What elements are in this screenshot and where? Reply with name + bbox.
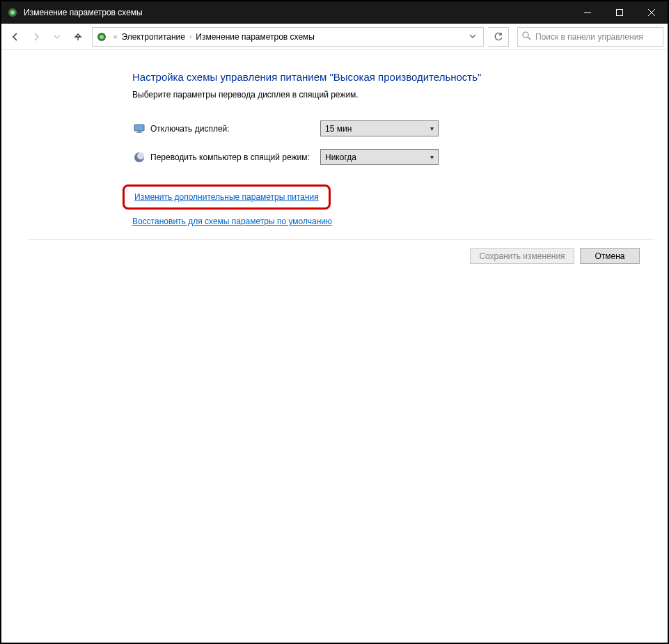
address-bar[interactable]: « Электропитание › Изменение параметров … — [92, 27, 484, 47]
navbar: « Электропитание › Изменение параметров … — [1, 24, 668, 50]
minimize-button[interactable] — [572, 1, 604, 24]
svg-point-8 — [523, 32, 528, 38]
up-button[interactable] — [68, 27, 88, 47]
svg-rect-11 — [138, 131, 141, 132]
search-box[interactable] — [517, 27, 663, 47]
button-row: Сохранить изменения Отмена — [132, 239, 668, 264]
close-button[interactable] — [636, 1, 668, 24]
breadcrumb-edit-plan[interactable]: Изменение параметров схемы — [193, 32, 317, 42]
forward-button[interactable] — [26, 27, 46, 47]
maximize-button[interactable] — [604, 1, 636, 24]
setting-sleep-label: Переводить компьютер в спящий режим: — [150, 152, 320, 162]
back-button[interactable] — [6, 27, 25, 47]
page-heading: Настройка схемы управления питанием "Выс… — [132, 71, 668, 83]
moon-icon — [132, 150, 146, 164]
setting-display-off: Отключать дисплей: 15 мин ▾ — [132, 120, 668, 136]
annotation-highlight: Изменить дополнительные параметры питани… — [123, 184, 331, 210]
monitor-icon — [132, 122, 146, 136]
chevron-down-icon: ▾ — [430, 125, 434, 132]
display-off-combo[interactable]: 15 мин ▾ — [320, 120, 439, 136]
search-icon — [522, 31, 531, 43]
power-options-icon — [95, 31, 108, 43]
chevron-right-icon: › — [188, 33, 193, 40]
restore-defaults-link[interactable]: Восстановить для схемы параметры по умол… — [132, 217, 332, 226]
window-title: Изменение параметров схемы — [24, 8, 572, 17]
address-dropdown-button[interactable] — [465, 32, 480, 42]
sleep-combo[interactable]: Никогда ▾ — [320, 149, 439, 165]
recent-locations-button[interactable] — [47, 27, 67, 47]
chevron-down-icon: ▾ — [430, 153, 434, 161]
svg-point-14 — [137, 152, 144, 159]
search-input[interactable] — [535, 32, 659, 42]
svg-rect-3 — [617, 10, 623, 16]
refresh-button[interactable] — [488, 27, 509, 47]
save-button[interactable]: Сохранить изменения — [470, 248, 574, 264]
display-off-value: 15 мин — [325, 124, 430, 134]
svg-line-9 — [528, 37, 530, 40]
setting-display-off-label: Отключать дисплей: — [150, 124, 320, 134]
content-area: Настройка схемы управления питанием "Выс… — [1, 50, 668, 264]
svg-point-7 — [100, 35, 104, 39]
svg-rect-12 — [136, 132, 142, 133]
advanced-settings-link[interactable]: Изменить дополнительные параметры питани… — [134, 192, 319, 202]
titlebar: Изменение параметров схемы — [1, 1, 668, 24]
page-subtext: Выберите параметры перевода дисплея в сп… — [132, 90, 668, 100]
sleep-value: Никогда — [325, 152, 430, 162]
cancel-button[interactable]: Отмена — [580, 248, 640, 264]
breadcrumb-sep: « — [112, 33, 119, 40]
power-options-icon — [7, 7, 18, 18]
setting-sleep: Переводить компьютер в спящий режим: Ник… — [132, 149, 668, 165]
svg-rect-10 — [134, 125, 144, 131]
breadcrumb-power-options[interactable]: Электропитание — [119, 32, 188, 42]
svg-point-1 — [10, 10, 15, 15]
